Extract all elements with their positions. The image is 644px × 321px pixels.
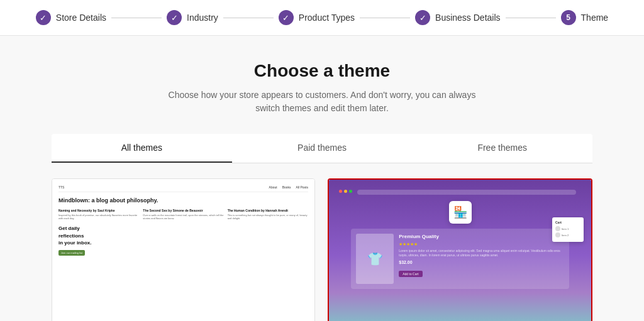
step-connector-2: [223, 18, 274, 18]
themes-grid: TTS About Books All Posts Mindblown: a b…: [52, 178, 592, 321]
sf-product-area: 👕 Premium Quality ★★★★★ Lorem ipsum dolo…: [351, 229, 569, 289]
stepper: ✓ Store Details ✓ Industry ✓ Product Typ…: [0, 0, 644, 36]
step-theme[interactable]: 5 Theme: [561, 10, 609, 25]
step-industry[interactable]: ✓ Industry: [167, 10, 218, 25]
ttt-email-badge: Join our mailing list: [58, 250, 85, 256]
step-connector-1: [111, 18, 162, 18]
theme-preview-storefront: 🏪 👕 Premium Quality ★★★★★ Lorem ipsum do…: [329, 180, 591, 321]
ttt-post-3: The Human Condition by Hannah Arendt Thi…: [228, 209, 308, 220]
step-check-icon-industry: ✓: [167, 10, 182, 25]
theme-card-twenty-twenty-three: TTS About Books All Posts Mindblown: a b…: [52, 178, 315, 321]
step-business-details[interactable]: ✓ Business Details: [415, 10, 501, 25]
tab-paid-themes[interactable]: Paid themes: [232, 134, 413, 163]
ttt-post-1: Naming and Necessity by Saul Kripke Insp…: [58, 209, 139, 220]
sf-preview-content: 🏪 👕 Premium Quality ★★★★★ Lorem ipsum do…: [329, 180, 591, 321]
ttt-preview-content: TTS About Books All Posts Mindblown: a b…: [52, 179, 314, 321]
tab-all-themes[interactable]: All themes: [52, 134, 232, 163]
sf-product-price: $32.00: [399, 260, 564, 264]
step-check-icon-store-details: ✓: [36, 10, 51, 25]
sf-store-logo: 🏪: [449, 201, 472, 224]
step-store-details[interactable]: ✓ Store Details: [36, 10, 106, 25]
theme-tabs: All themes Paid themes Free themes: [52, 134, 592, 163]
ttt-cta-section: Get dailyreflectionsin your inbox.: [58, 225, 308, 246]
step-number-icon-theme: 5: [561, 10, 576, 25]
sf-side-card: Cart Item 1 Item 2: [552, 217, 584, 242]
sf-add-to-cart-preview: Add to Cart: [399, 271, 422, 277]
step-label-industry: Industry: [187, 13, 218, 23]
sf-stars: ★★★★★: [399, 242, 564, 247]
sf-browser-bar: [339, 190, 581, 195]
theme-preview-ttt: TTS About Books All Posts Mindblown: a b…: [52, 179, 314, 321]
step-connector-3: [360, 18, 410, 18]
theme-card-storefront: 🏪 👕 Premium Quality ★★★★★ Lorem ipsum do…: [328, 178, 592, 321]
sf-product-details: Premium Quality ★★★★★ Lorem ipsum dolor …: [399, 234, 564, 284]
step-label-product-types: Product Types: [299, 13, 355, 23]
step-connector-4: [506, 18, 556, 18]
sf-product-description: Lorem ipsum dolor sit amet, consectetur …: [399, 249, 564, 257]
sf-product-image: 👕: [356, 234, 394, 284]
page-subtitle: Choose how your store appears to custome…: [52, 89, 592, 115]
step-product-types[interactable]: ✓ Product Types: [279, 10, 355, 25]
tab-free-themes[interactable]: Free themes: [412, 134, 592, 163]
step-check-icon-business-details: ✓: [415, 10, 430, 25]
page-title: Choose a theme: [52, 61, 592, 81]
ttt-posts-grid: Naming and Necessity by Saul Kripke Insp…: [58, 209, 308, 220]
ttt-post-2: The Second Sex by Simone de Beauvoir Ove…: [143, 209, 223, 220]
main-content: Choose a theme Choose how your store app…: [39, 36, 605, 321]
step-label-theme: Theme: [581, 13, 609, 23]
ttt-nav-bar: TTS About Books All Posts: [58, 185, 308, 192]
sf-product-title: Premium Quality: [399, 234, 564, 239]
ttt-hero-text: Mindblown: a blog about philosophy.: [58, 197, 308, 204]
step-check-icon-product-types: ✓: [279, 10, 294, 25]
step-label-business-details: Business Details: [435, 13, 501, 23]
step-label-store-details: Store Details: [56, 13, 106, 23]
